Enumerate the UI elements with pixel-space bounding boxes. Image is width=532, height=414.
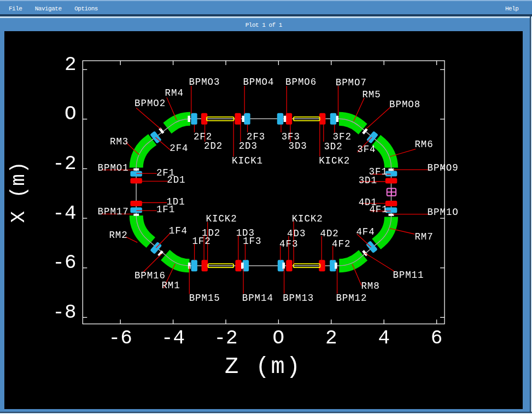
- svg-text:RM1: RM1: [161, 280, 180, 291]
- svg-text:2: 2: [65, 54, 77, 76]
- svg-text:3F4: 3F4: [357, 144, 376, 155]
- svg-text:-2: -2: [52, 153, 76, 175]
- svg-text:RM5: RM5: [362, 89, 381, 100]
- svg-text:-4: -4: [161, 327, 185, 349]
- svg-text:2D2: 2D2: [204, 141, 223, 151]
- svg-text:BPMO1: BPMO1: [98, 162, 129, 173]
- svg-text:1F3: 1F3: [243, 236, 261, 247]
- svg-text:Z (m): Z (m): [225, 354, 302, 380]
- svg-text:X (m): X (m): [8, 161, 30, 223]
- svg-text:6: 6: [431, 327, 443, 349]
- svg-text:RM7: RM7: [414, 231, 433, 242]
- svg-text:BPM12: BPM12: [336, 293, 367, 304]
- svg-text:4F4: 4F4: [356, 226, 375, 237]
- svg-text:4F2: 4F2: [332, 238, 350, 249]
- svg-text:BPM1O: BPM1O: [428, 207, 459, 218]
- svg-text:KICK2: KICK2: [292, 213, 323, 224]
- svg-text:O: O: [65, 103, 77, 125]
- svg-text:BPMO4: BPMO4: [243, 77, 274, 88]
- svg-text:RM8: RM8: [361, 281, 379, 291]
- svg-text:BPMO6: BPMO6: [285, 77, 317, 88]
- svg-text:BPM11: BPM11: [393, 270, 424, 281]
- svg-text:2: 2: [325, 327, 337, 349]
- svg-text:RM6: RM6: [414, 139, 433, 150]
- svg-text:2F4: 2F4: [169, 143, 188, 154]
- svg-text:-8: -8: [52, 301, 76, 324]
- svg-text:4F1: 4F1: [369, 204, 388, 215]
- svg-text:KICK1: KICK1: [232, 155, 263, 166]
- svg-text:BPMO3: BPMO3: [189, 77, 220, 88]
- svg-text:3D1: 3D1: [359, 175, 377, 186]
- svg-text:BPMO9: BPMO9: [428, 162, 459, 173]
- svg-text:BPMO8: BPMO8: [389, 99, 420, 110]
- svg-text:BPM13: BPM13: [283, 293, 314, 304]
- svg-text:2D1: 2D1: [167, 174, 185, 185]
- svg-text:RM2: RM2: [109, 230, 127, 241]
- svg-text:O: O: [273, 327, 285, 349]
- svg-text:1F4: 1F4: [169, 225, 188, 236]
- svg-text:-6: -6: [52, 252, 76, 274]
- svg-text:4D3: 4D3: [287, 228, 306, 239]
- svg-text:KICK2: KICK2: [206, 213, 237, 224]
- svg-text:KICK2: KICK2: [319, 155, 350, 166]
- svg-text:3D2: 3D2: [324, 141, 342, 152]
- svg-text:BPM15: BPM15: [189, 293, 220, 304]
- svg-text:RM4: RM4: [165, 88, 184, 98]
- svg-text:-4: -4: [52, 202, 76, 225]
- svg-text:BPM16: BPM16: [135, 270, 166, 281]
- svg-text:1F1: 1F1: [156, 204, 175, 215]
- svg-text:BPM17: BPM17: [98, 206, 129, 217]
- svg-text:3D3: 3D3: [289, 141, 307, 151]
- svg-text:4D2: 4D2: [320, 228, 339, 239]
- svg-text:BPM14: BPM14: [242, 293, 273, 304]
- svg-text:BPMO2: BPMO2: [135, 98, 166, 109]
- svg-text:-2: -2: [214, 327, 237, 349]
- svg-text:4: 4: [378, 327, 390, 349]
- svg-text:-6: -6: [109, 327, 132, 349]
- svg-text:1F2: 1F2: [192, 236, 211, 247]
- svg-text:4F3: 4F3: [279, 238, 298, 249]
- svg-text:BPMO7: BPMO7: [336, 77, 367, 88]
- svg-text:2D3: 2D3: [239, 141, 258, 151]
- svg-text:RM3: RM3: [110, 136, 128, 147]
